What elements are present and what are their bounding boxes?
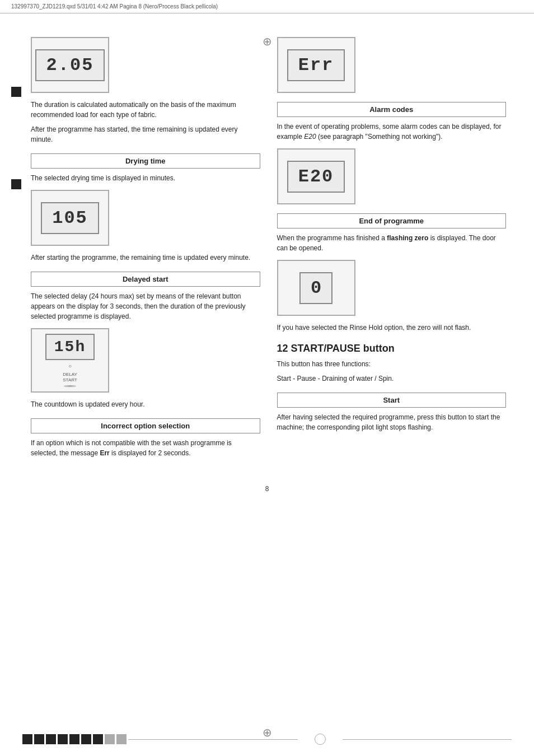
alarm-code-example: E20 xyxy=(304,133,316,141)
top-crosshair-icon: ⊕ xyxy=(263,35,272,48)
display-205-value: 2.05 xyxy=(35,49,105,81)
display-105-value: 105 xyxy=(41,202,99,234)
flashing-zero-label: flashing zero xyxy=(387,234,428,242)
display-err-box: Err xyxy=(277,37,355,93)
bottom-line2 xyxy=(343,739,512,740)
display-15h-value: 15h xyxy=(45,334,95,360)
display-zero-value: 0 xyxy=(299,272,332,304)
start-pause-desc: This button has three functions: xyxy=(277,359,507,369)
display-err-value: Err xyxy=(287,49,345,81)
page: 132997370_ZJD1219.qxd 5/31/01 4:42 AM Pa… xyxy=(0,0,534,756)
bottom-sq-1 xyxy=(22,734,32,744)
bottom-sq-9 xyxy=(116,734,127,744)
alarm-codes-header: Alarm codes xyxy=(277,102,507,117)
bottom-sq-4 xyxy=(58,734,68,744)
bottom-sq-2 xyxy=(34,734,44,744)
display-zero-box: 0 xyxy=(277,260,355,316)
bottom-sq-7 xyxy=(93,734,103,744)
right-column: Err Alarm codes In the event of operatin… xyxy=(277,30,507,463)
delay-dot: ○ xyxy=(68,363,72,369)
end-of-programme-header: End of programme xyxy=(277,213,507,228)
delayed-text1: The selected delay (24 hours max) set by… xyxy=(31,291,260,321)
display-e20-value: E20 xyxy=(287,161,345,193)
left-column: 2.05 The duration is calculated automati… xyxy=(31,30,260,463)
display-15h-box: 15h ○ DELAYSTART xyxy=(31,328,109,393)
drying-text1: The selected drying time is displayed in… xyxy=(31,173,260,183)
left-marker-1 xyxy=(11,87,21,97)
incorrect-text: If an option which is not compatible wit… xyxy=(31,438,260,458)
bottom-bar xyxy=(0,734,534,745)
delayed-start-header: Delayed start xyxy=(31,272,260,287)
delay-label: DELAYSTART xyxy=(63,372,77,382)
file-info: 132997370_ZJD1219.qxd 5/31/01 4:42 AM Pa… xyxy=(11,3,218,10)
display-e20-box: E20 xyxy=(277,148,355,204)
incorrect-bold: Err xyxy=(100,449,109,457)
duration-text2: After the programme has started, the tim… xyxy=(31,124,260,144)
start-pause-heading: 12 START/PAUSE button xyxy=(277,343,507,354)
bottom-sq-6 xyxy=(81,734,91,744)
drying-text2: After starting the programme, the remain… xyxy=(31,253,260,263)
top-meta-bar: 132997370_ZJD1219.qxd 5/31/01 4:42 AM Pa… xyxy=(0,0,534,13)
incorrect-option-header: Incorrect option selection xyxy=(31,418,260,433)
alarm-text: In the event of operating problems, some… xyxy=(277,122,507,142)
bottom-circle xyxy=(315,734,326,745)
main-content: 2.05 The duration is calculated automati… xyxy=(0,19,534,474)
start-header: Start xyxy=(277,393,507,408)
display-205-box: 2.05 xyxy=(31,37,109,93)
end-text: When the programme has finished a flashi… xyxy=(277,233,507,253)
bottom-sq-3 xyxy=(46,734,56,744)
bottom-sq-8 xyxy=(105,734,115,744)
delayed-text2: The countdown is updated every hour. xyxy=(31,399,260,409)
page-number: 8 xyxy=(0,485,534,493)
display-105-box: 105 xyxy=(31,190,109,246)
bottom-line xyxy=(128,739,298,740)
start-pause-list: Start - Pause - Draining of water / Spin… xyxy=(277,374,507,384)
rinse-text: If you have selected the Rinse Hold opti… xyxy=(277,323,507,333)
bottom-sq-5 xyxy=(69,734,79,744)
start-text: After having selected the required progr… xyxy=(277,412,507,432)
drying-time-header: Drying time xyxy=(31,153,260,169)
duration-text1: The duration is calculated automatically… xyxy=(31,100,260,120)
left-marker-2 xyxy=(11,179,21,189)
delay-circle xyxy=(64,385,76,387)
